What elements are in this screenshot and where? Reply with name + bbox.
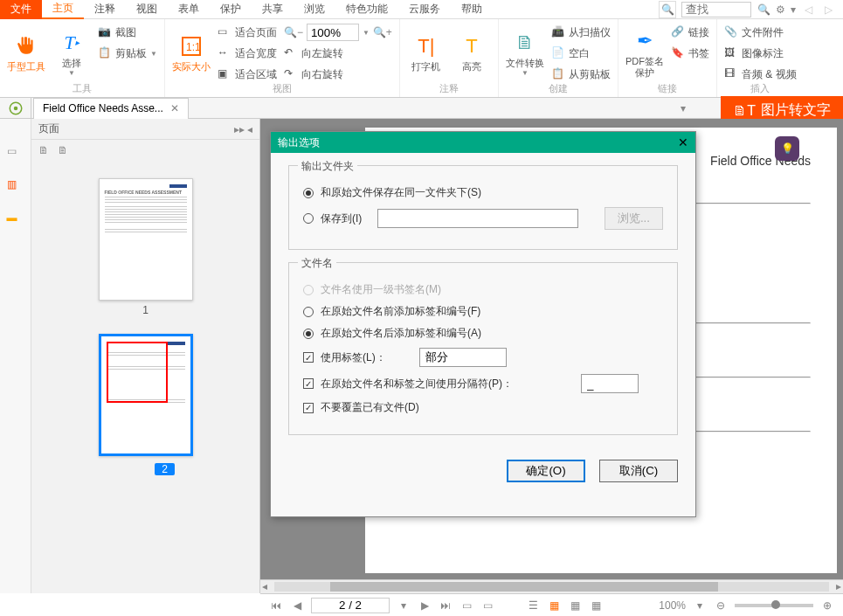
- nav-fwd-icon[interactable]: ▷: [821, 3, 836, 16]
- fit-page[interactable]: ▭适合页面: [218, 23, 277, 42]
- zoom-slider[interactable]: [735, 604, 813, 607]
- search-icon[interactable]: 🔍: [757, 3, 770, 17]
- bookmark-btn[interactable]: 🔖书签: [671, 44, 709, 63]
- svg-text:1:1: 1:1: [186, 41, 201, 53]
- radio-prefix[interactable]: [303, 307, 314, 317]
- check-use-label[interactable]: ✓: [303, 352, 314, 363]
- next-page-icon[interactable]: ▶: [418, 599, 432, 613]
- scroll-thumb[interactable]: [330, 582, 719, 592]
- layout2-icon[interactable]: ▦: [547, 599, 561, 613]
- radio-suffix[interactable]: [303, 329, 314, 339]
- collapse-icon[interactable]: ▸▸ ◂: [234, 123, 252, 135]
- use-label-label: 使用标签(L)：: [321, 350, 386, 365]
- nav-back-icon[interactable]: ◁: [801, 3, 816, 16]
- document-tab[interactable]: Field Office Needs Asse... ✕: [33, 98, 189, 119]
- image-annot[interactable]: 🖼图像标注: [724, 44, 797, 63]
- tab-bar: Field Office Needs Asse... ✕ ▾ 🗎T 图片转文字: [0, 98, 843, 119]
- pages-panel-icon[interactable]: ▥: [7, 178, 24, 196]
- menu-browse[interactable]: 浏览: [294, 0, 335, 19]
- doc-hscrollbar[interactable]: ◂ ▸: [260, 579, 843, 593]
- blank-icon: 📄: [551, 46, 565, 60]
- bookmark-name-label: 文件名使用一级书签名(M): [321, 282, 441, 297]
- search-input[interactable]: [681, 2, 751, 17]
- zoom-input[interactable]: [307, 24, 359, 41]
- comments-panel-icon[interactable]: ▬: [7, 211, 24, 229]
- hint-bulb-icon[interactable]: 💡: [775, 136, 799, 161]
- file-convert[interactable]: 🗎 文件转换 ▼: [506, 23, 544, 84]
- thumbnail-page-1[interactable]: FIELD OFFICE NEEDS ASSESSMENT 1: [99, 178, 193, 316]
- separator-input[interactable]: [581, 374, 639, 393]
- radio-same-folder[interactable]: [303, 188, 314, 198]
- layout3-icon[interactable]: ▦: [568, 599, 582, 613]
- rotate-left[interactable]: ↶向左旋转: [284, 44, 392, 63]
- view-mode1-icon[interactable]: ▭: [460, 599, 473, 613]
- typewriter-tool[interactable]: T| 打字机: [407, 23, 446, 84]
- screenshot-btn[interactable]: 📷截图: [98, 23, 157, 42]
- rotate-right[interactable]: ↷向右旋转: [284, 65, 392, 84]
- dialog-close-icon[interactable]: ✕: [678, 135, 688, 149]
- from-scanner[interactable]: 📠从扫描仪: [551, 23, 611, 42]
- save-to-input[interactable]: [377, 209, 578, 228]
- menu-view[interactable]: 视图: [126, 0, 168, 19]
- menu-protect[interactable]: 保护: [210, 0, 252, 19]
- menu-annot[interactable]: 注释: [84, 0, 126, 19]
- separator-label: 在原始文件名和标签之间使用分隔符(P)：: [321, 377, 513, 391]
- menu-home[interactable]: 主页: [42, 0, 84, 19]
- filename-legend: 文件名: [298, 256, 336, 271]
- link-btn[interactable]: 🔗链接: [671, 23, 709, 42]
- zoom-in-icon[interactable]: 🔍+: [373, 26, 392, 38]
- select-tool[interactable]: T▸ 选择 ▼: [52, 23, 91, 84]
- check-no-overwrite[interactable]: ✓: [303, 403, 314, 413]
- menu-cloud[interactable]: 云服务: [398, 0, 451, 19]
- bookmark-panel-icon[interactable]: ▭: [7, 145, 24, 163]
- layout1-icon[interactable]: ☰: [526, 599, 540, 613]
- attach-icon: 📎: [724, 25, 738, 39]
- page-dropdown-icon[interactable]: ▾: [397, 599, 411, 613]
- thumbnail-page-2[interactable]: 2: [99, 334, 193, 475]
- menu-help[interactable]: 帮助: [451, 0, 493, 19]
- menu-features[interactable]: 特色功能: [335, 0, 398, 19]
- page-number-input[interactable]: [311, 598, 390, 613]
- prev-page-icon[interactable]: ◀: [290, 599, 304, 613]
- thumb-tool2-icon[interactable]: 🗎: [58, 144, 68, 156]
- thumbnails-panel: 页面 ▸▸ ◂ 🗎 🗎 FIELD OFFICE NEEDS ASSESSMEN…: [31, 119, 260, 593]
- pdf-sign[interactable]: ✒ PDF签名保护: [625, 23, 664, 84]
- close-tab-icon[interactable]: ✕: [170, 102, 179, 114]
- file-attach[interactable]: 📎文件附件: [724, 23, 797, 42]
- settings-dropdown-icon[interactable]: ▾: [791, 3, 796, 16]
- scanner-icon: 📠: [551, 25, 565, 39]
- suffix-label: 在原始文件名后添加标签和编号(A): [321, 326, 481, 341]
- scroll-right-icon[interactable]: ▸: [836, 580, 841, 592]
- thumb-tool1-icon[interactable]: 🗎: [38, 144, 49, 156]
- first-page-icon[interactable]: ⏮: [269, 599, 283, 613]
- blank-page[interactable]: 📄空白: [551, 44, 611, 63]
- zoom-out-sb-icon[interactable]: ⊖: [714, 599, 728, 613]
- cancel-button[interactable]: 取消(C): [599, 460, 678, 482]
- file-menu[interactable]: 文件: [0, 0, 42, 19]
- zoom-out-icon[interactable]: 🔍−: [284, 26, 303, 38]
- from-clipboard[interactable]: 📋从剪贴板: [551, 65, 611, 84]
- actual-size[interactable]: 1:1 实际大小: [172, 23, 211, 84]
- audio-video[interactable]: 🎞音频 & 视频: [724, 65, 797, 84]
- check-separator[interactable]: ✓: [303, 378, 314, 389]
- home-tab-icon[interactable]: [0, 98, 31, 119]
- label-input[interactable]: [419, 348, 507, 367]
- menu-share[interactable]: 共享: [252, 0, 294, 19]
- menu-form[interactable]: 表单: [168, 0, 210, 19]
- settings-icon[interactable]: ⚙: [776, 3, 785, 16]
- highlight-tool[interactable]: T 高亮: [453, 23, 491, 84]
- fit-width[interactable]: ↔适合宽度: [218, 44, 277, 63]
- search-scope-icon[interactable]: 🔍: [659, 1, 676, 18]
- last-page-icon[interactable]: ⏭: [439, 599, 453, 613]
- radio-save-to[interactable]: [303, 213, 314, 224]
- ok-button[interactable]: 确定(O): [507, 460, 585, 482]
- camera-icon: 📷: [98, 25, 112, 39]
- zoom-dropdown-icon[interactable]: ▾: [693, 599, 707, 613]
- fit-visible[interactable]: ▣适合区域: [218, 65, 277, 84]
- clipboard-btn[interactable]: 📋剪贴板▼: [98, 44, 157, 63]
- view-mode2-icon[interactable]: ▭: [480, 599, 494, 613]
- hand-tool[interactable]: 手型工具: [7, 23, 45, 84]
- zoom-in-sb-icon[interactable]: ⊕: [820, 599, 834, 613]
- scroll-left-icon[interactable]: ◂: [262, 580, 267, 592]
- layout4-icon[interactable]: ▦: [589, 599, 603, 613]
